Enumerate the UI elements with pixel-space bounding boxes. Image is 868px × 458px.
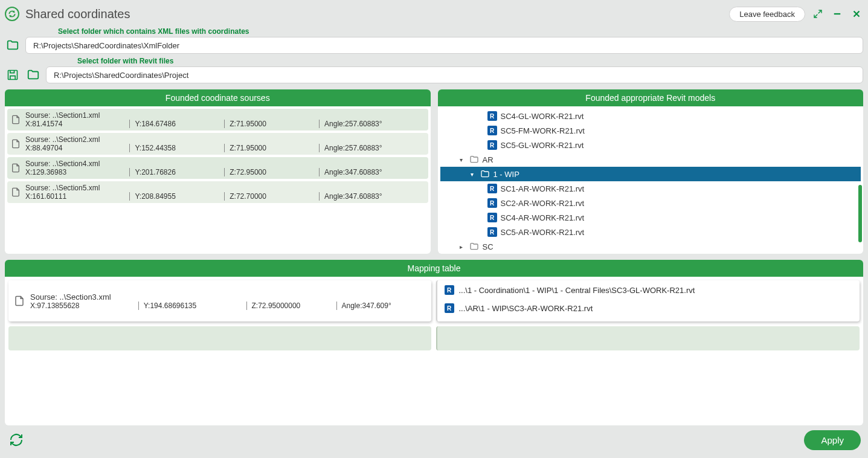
revit-file-icon: R xyxy=(487,198,497,208)
maximize-icon[interactable] xyxy=(811,7,825,21)
file-icon xyxy=(13,294,25,308)
model-tree[interactable]: RSC4-GL-WORK-R21.rvtRSC5-FM-WORK-R21.rvt… xyxy=(440,109,861,254)
apply-button[interactable]: Apply xyxy=(804,430,861,450)
source-y: Y:152.44358 xyxy=(129,144,224,152)
source-path: Sourse: ..\Section5.xml xyxy=(25,184,423,192)
source-z: Z:72.70000 xyxy=(224,192,319,201)
revit-folder-input[interactable]: R:\Projects\SharedCoordinates\Project xyxy=(46,66,863,83)
tree-file-label: SC5-GL-WORK-R21.rvt xyxy=(501,141,584,150)
svg-rect-0 xyxy=(8,71,18,80)
xml-folder-input[interactable]: R:\Projects\SharedCoordinates\XmlFolder xyxy=(25,37,863,54)
close-icon[interactable] xyxy=(850,7,863,21)
tree-file-label: SC1-AR-WORK-R21.rvt xyxy=(501,184,585,193)
tree-file-label: SC4-AR-WORK-R21.rvt xyxy=(501,213,585,222)
refresh-icon[interactable] xyxy=(7,431,25,449)
file-icon xyxy=(10,113,22,126)
mapped-model-line[interactable]: R...\1 - Coordination\1 - WIP\1 - Centra… xyxy=(442,283,855,297)
revit-models-panel: Founded appropriate Revit models RSC4-GL… xyxy=(438,89,864,254)
tree-folder-label: SC xyxy=(483,242,493,251)
coordinate-sources-panel: Founded coodinate sourses Sourse: ..\Sec… xyxy=(5,89,431,254)
file-icon xyxy=(10,161,22,175)
tree-node[interactable]: RSC1-AR-WORK-R21.rvt xyxy=(440,181,861,196)
tree-node[interactable]: SC xyxy=(440,239,861,254)
source-x: X:88.49704 xyxy=(25,144,129,152)
tree-node[interactable]: RSC4-AR-WORK-R21.rvt xyxy=(440,210,861,225)
tree-file-label: SC5-FM-WORK-R21.rvt xyxy=(501,126,585,135)
tree-node[interactable]: RSC5-GL-WORK-R21.rvt xyxy=(440,138,861,152)
tree-folder-label: AR xyxy=(483,155,493,164)
source-z: Z:71.95000 xyxy=(224,120,319,128)
source-z: Z:71.95000 xyxy=(224,144,319,152)
source-y: Y:208.84955 xyxy=(129,192,224,201)
mapped-model-path: ...\AR\1 - WIP\SC3-AR-WORK-R21.rvt xyxy=(459,304,593,313)
revit-file-icon: R xyxy=(487,140,497,150)
tree-node[interactable]: AR xyxy=(440,152,861,167)
revit-file-icon: R xyxy=(487,227,497,237)
caret-down-icon[interactable] xyxy=(471,171,477,178)
tree-folder-label: 1 - WIP xyxy=(493,170,519,179)
source-angle: Angle:347.60883° xyxy=(319,192,423,201)
source-angle: Angle:347.60883° xyxy=(319,168,423,176)
source-path: Sourse: ..\Section1.xml xyxy=(25,111,423,120)
mapping-header: Mapping table xyxy=(5,260,863,277)
tree-node[interactable]: RSC5-FM-WORK-R21.rvt xyxy=(440,123,861,138)
folder-icon xyxy=(469,242,479,251)
models-header: Founded appropriate Revit models xyxy=(438,89,864,106)
minimize-icon[interactable] xyxy=(831,7,844,21)
file-icon xyxy=(10,137,22,150)
source-x: X:161.60111 xyxy=(25,192,129,201)
app-logo-icon xyxy=(5,7,19,21)
source-x: X:81.41574 xyxy=(25,120,129,128)
source-row[interactable]: Sourse: ..\Section1.xmlX:81.41574Y:184.6… xyxy=(7,109,428,131)
source-row[interactable]: Sourse: ..\Section5.xmlX:161.60111Y:208.… xyxy=(7,181,428,203)
caret-right-icon[interactable] xyxy=(460,244,466,250)
source-row[interactable]: Sourse: ..\Section2.xmlX:88.49704Y:152.4… xyxy=(7,133,428,155)
source-row[interactable]: Sourse: ..\Section4.xmlX:129.36983Y:201.… xyxy=(7,157,428,179)
caret-down-icon[interactable] xyxy=(460,156,466,163)
source-y: Y:184.67486 xyxy=(129,120,224,128)
mapping-angle: Angle:347.609° xyxy=(336,302,426,310)
tree-file-label: SC2-AR-WORK-R21.rvt xyxy=(501,199,585,208)
mapping-y: Y:194.68696135 xyxy=(138,302,246,310)
mapped-model-path: ...\1 - Coordination\1 - WIP\1 - Central… xyxy=(459,286,695,295)
source-path: Sourse: ..\Section2.xml xyxy=(25,135,423,144)
revit-file-icon: R xyxy=(445,303,454,313)
file-icon xyxy=(10,185,22,199)
mapping-z: Z:72.95000000 xyxy=(246,302,336,310)
tree-node[interactable]: RSC4-GL-WORK-R21.rvt xyxy=(440,109,861,123)
tree-node[interactable]: RSC5-AR-WORK-R21.rvt xyxy=(440,225,861,239)
source-angle: Angle:257.60883° xyxy=(319,144,423,152)
revit-file-icon: R xyxy=(445,285,454,295)
mapping-row-empty[interactable] xyxy=(8,326,860,350)
leave-feedback-button[interactable]: Leave feedback xyxy=(729,7,805,22)
folder-icon xyxy=(480,169,490,179)
source-y: Y:201.76826 xyxy=(129,168,224,176)
mapping-row[interactable]: Sourse: ..\Section3.xml X:97.13855628 Y:… xyxy=(8,280,860,321)
revit-file-icon: R xyxy=(487,213,497,222)
tree-file-label: SC4-GL-WORK-R21.rvt xyxy=(501,112,584,121)
window-title: Shared coordinates xyxy=(25,7,130,21)
mapping-x: X:97.13855628 xyxy=(30,302,138,310)
mapping-source-path: Sourse: ..\Section3.xml xyxy=(30,292,426,302)
tree-node-selected[interactable]: 1 - WIP xyxy=(440,167,861,181)
xml-folder-label: Select folder which contains XML files w… xyxy=(58,27,249,36)
browse-revit-folder-icon[interactable] xyxy=(25,67,41,83)
source-z: Z:72.95000 xyxy=(224,168,319,176)
tree-file-label: SC5-AR-WORK-R21.rvt xyxy=(501,228,585,237)
source-x: X:129.36983 xyxy=(25,168,129,176)
sources-header: Founded coodinate sourses xyxy=(5,89,431,106)
source-angle: Angle:257.60883° xyxy=(319,120,423,128)
mapping-panel: Mapping table Sourse: ..\Section3.xml X:… xyxy=(5,260,863,425)
tree-node[interactable]: RSC2-AR-WORK-R21.rvt xyxy=(440,196,861,210)
revit-file-icon: R xyxy=(487,126,497,135)
folder-icon xyxy=(469,155,479,164)
revit-folder-label: Select folder with Revit files xyxy=(77,57,173,65)
browse-xml-folder-icon[interactable] xyxy=(5,37,21,53)
save-config-icon[interactable] xyxy=(5,67,21,83)
mapped-model-line[interactable]: R...\AR\1 - WIP\SC3-AR-WORK-R21.rvt xyxy=(442,301,855,315)
revit-file-icon: R xyxy=(487,111,497,121)
revit-file-icon: R xyxy=(487,184,497,193)
source-path: Sourse: ..\Section4.xml xyxy=(25,160,423,168)
